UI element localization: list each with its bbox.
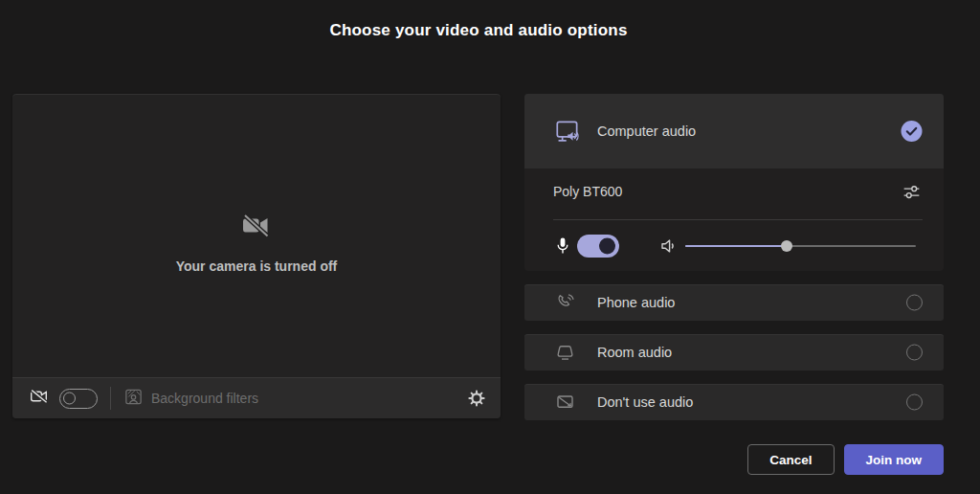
join-now-button[interactable]: Join now: [844, 444, 945, 475]
room-audio-icon: [553, 341, 580, 365]
selected-check-icon: [901, 121, 923, 143]
camera-bar-divider: [110, 387, 111, 410]
mic-toggle[interactable]: [577, 235, 619, 258]
camera-off-icon: [237, 207, 276, 249]
page-title: Choose your video and audio options: [0, 21, 957, 40]
computer-audio-card: Computer audio Poly BT600: [524, 94, 944, 271]
footer-actions: Cancel Join now: [747, 444, 944, 475]
room-audio-label: Room audio: [597, 345, 672, 360]
speaker-icon: [658, 236, 679, 256]
option-computer-audio[interactable]: Computer audio: [524, 94, 944, 168]
volume-slider-fill: [685, 245, 787, 248]
room-audio-radio[interactable]: [906, 345, 923, 361]
option-room-audio[interactable]: Room audio: [524, 334, 944, 370]
background-filters-label: Background filters: [151, 391, 258, 406]
camera-off-small-icon: [29, 386, 50, 411]
phone-audio-radio[interactable]: [906, 295, 923, 311]
computer-audio-label: Computer audio: [597, 124, 696, 139]
camera-controls-bar: Background filters: [12, 377, 501, 418]
cancel-button[interactable]: Cancel: [747, 444, 834, 475]
phone-audio-label: Phone audio: [597, 295, 675, 310]
computer-audio-icon: [553, 117, 580, 146]
volume-slider-thumb[interactable]: [781, 240, 792, 252]
background-filters-button[interactable]: Background filters: [123, 387, 258, 410]
audio-options-panel: Computer audio Poly BT600: [524, 94, 944, 418]
option-no-audio[interactable]: Don't use audio: [524, 384, 944, 420]
no-audio-icon: [553, 391, 580, 415]
phone-audio-icon: [553, 291, 580, 315]
computer-audio-settings: Poly BT600: [524, 168, 944, 271]
background-filters-icon: [123, 387, 144, 410]
device-settings-button[interactable]: [466, 388, 487, 409]
camera-toggle-knob: [63, 393, 76, 405]
audio-device-row: Poly BT600: [524, 168, 944, 214]
settings-gear-icon: [466, 397, 487, 412]
mic-volume-controls: [524, 220, 944, 271]
equalizer-icon: [901, 191, 923, 206]
camera-status-text: Your camera is turned off: [176, 258, 338, 274]
camera-preview-panel: Your camera is turned off: [12, 94, 501, 418]
audio-device-name: Poly BT600: [553, 184, 622, 199]
no-audio-radio[interactable]: [906, 394, 923, 411]
no-audio-label: Don't use audio: [597, 394, 693, 410]
microphone-icon: [553, 236, 572, 257]
option-phone-audio[interactable]: Phone audio: [524, 284, 944, 321]
volume-slider[interactable]: [685, 239, 916, 253]
custom-setup-button[interactable]: [901, 181, 923, 203]
camera-off-message: Your camera is turned off: [12, 207, 501, 274]
camera-toggle[interactable]: [59, 389, 98, 409]
mic-toggle-knob: [599, 237, 615, 254]
